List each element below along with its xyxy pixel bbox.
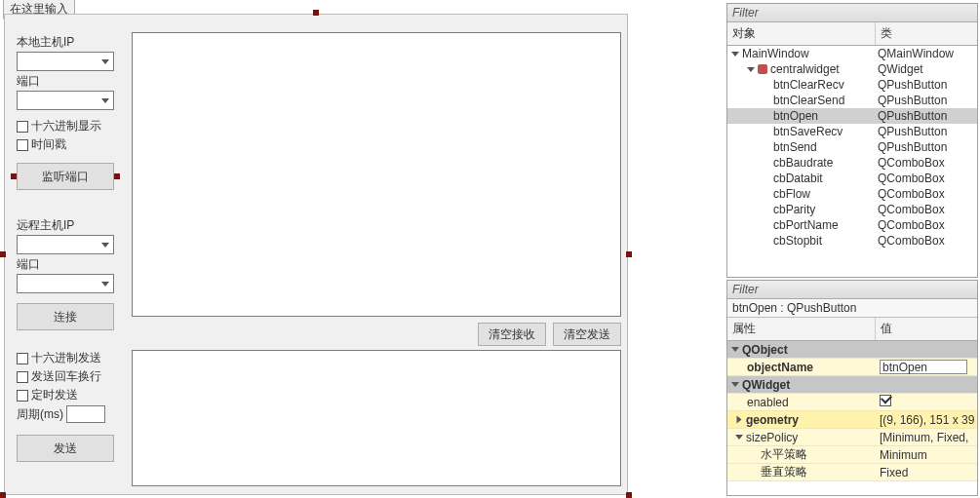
tree-row[interactable]: btnOpenQPushButton [727, 108, 977, 124]
checkbox-icon [17, 139, 28, 151]
object-class: QWidget [876, 62, 977, 76]
checkbox-icon [17, 353, 28, 364]
connect-button[interactable]: 连接 [17, 303, 114, 330]
object-class: QComboBox [876, 218, 977, 232]
tree-row[interactable]: MainWindowQMainWindow [727, 46, 977, 61]
resize-handle[interactable] [626, 492, 632, 498]
local-port-combo[interactable] [17, 91, 114, 110]
object-name: btnClearRecv [773, 78, 844, 92]
timed-send-check[interactable]: 定时发送 [17, 387, 122, 403]
object-class: QComboBox [876, 172, 977, 185]
object-class: QComboBox [876, 187, 977, 201]
object-name: centralwidget [770, 62, 840, 76]
prop-vpolicy[interactable]: 垂直策略Fixed [727, 464, 977, 481]
object-class: QPushButton [876, 109, 977, 123]
hex-send-check[interactable]: 十六进制发送 [17, 350, 122, 366]
tree-row[interactable]: cbParityQComboBox [727, 202, 977, 217]
chevron-down-icon [731, 382, 739, 387]
object-name: cbParity [773, 203, 815, 216]
object-name: cbStopbit [773, 234, 822, 248]
col-class[interactable]: 类 [876, 22, 977, 45]
property-list[interactable]: QObject objectNamebtnOpen QWidget enable… [727, 341, 977, 495]
group-qwidget[interactable]: QWidget [727, 376, 977, 394]
object-line: btnOpen : QPushButton [727, 299, 977, 318]
object-name: cbPortName [773, 218, 839, 232]
left-panel: 本地主机IP 端口 十六进制显示 时间戳 监听端口 远程主机IP 端口 连接 十… [17, 32, 122, 462]
group-qobject[interactable]: QObject [727, 341, 977, 359]
tree-row[interactable]: btnSaveRecvQPushButton [727, 124, 977, 139]
prop-enabled[interactable]: enabled [727, 394, 977, 411]
object-name: cbBaudrate [773, 156, 833, 170]
enabled-checkbox[interactable] [880, 395, 891, 406]
recv-textbox[interactable] [132, 32, 621, 317]
object-class: QComboBox [876, 234, 977, 248]
prop-hpolicy[interactable]: 水平策略Minimum [727, 446, 977, 464]
prop-geometry[interactable]: geometry[(9, 166), 151 x 39 [727, 411, 977, 429]
object-name: btnClearSend [773, 94, 844, 107]
col-prop[interactable]: 属性 [727, 318, 876, 340]
clear-recv-button[interactable]: 清空接收 [478, 323, 546, 346]
local-ip-combo[interactable] [17, 52, 114, 71]
object-class: QPushButton [876, 94, 977, 107]
timestamp-check[interactable]: 时间戳 [17, 136, 122, 153]
object-name: btnSend [773, 140, 817, 154]
local-port-label: 端口 [17, 73, 122, 90]
prop-objectname[interactable]: objectNamebtnOpen [727, 359, 977, 376]
chevron-right-icon [737, 416, 742, 424]
prop-sizepolicy[interactable]: sizePolicy[Minimum, Fixed, [727, 429, 977, 446]
prop-header: 属性 值 [727, 318, 977, 341]
object-class: QPushButton [876, 125, 977, 138]
tree-row[interactable]: cbBaudrateQComboBox [727, 155, 977, 171]
remote-port-combo[interactable] [17, 274, 114, 293]
objectname-input[interactable]: btnOpen [880, 360, 967, 374]
resize-handle[interactable] [313, 10, 319, 16]
clear-send-button[interactable]: 清空发送 [553, 323, 621, 346]
listen-button[interactable]: 监听端口 [17, 163, 114, 190]
object-class: QMainWindow [876, 47, 977, 60]
resize-handle[interactable] [11, 173, 17, 179]
period-input[interactable] [66, 405, 105, 423]
object-class: QPushButton [876, 140, 977, 154]
tree-row[interactable]: centralwidgetQWidget [727, 61, 977, 77]
col-object[interactable]: 对象 [727, 22, 876, 45]
resize-handle[interactable] [0, 251, 6, 257]
chevron-down-icon [735, 435, 743, 440]
send-button[interactable]: 发送 [17, 435, 114, 462]
object-class: QComboBox [876, 203, 977, 216]
tree-row[interactable]: btnClearRecvQPushButton [727, 77, 977, 93]
resize-handle[interactable] [0, 492, 6, 498]
object-name: cbDatabit [773, 172, 823, 185]
filter-field[interactable]: Filter [727, 281, 977, 299]
chevron-down-icon [731, 347, 739, 352]
object-tree[interactable]: MainWindowQMainWindowcentralwidgetQWidge… [727, 46, 977, 277]
tree-row[interactable]: cbDatabitQComboBox [727, 171, 977, 186]
tree-row[interactable]: cbStopbitQComboBox [727, 233, 977, 249]
tree-row[interactable]: cbPortNameQComboBox [727, 217, 977, 233]
local-ip-label: 本地主机IP [17, 34, 122, 51]
object-name: MainWindow [742, 47, 809, 60]
tree-row[interactable]: btnClearSendQPushButton [727, 93, 977, 108]
period-row: 周期(ms) [17, 405, 122, 423]
chevron-down-icon[interactable] [747, 67, 755, 72]
object-class: QComboBox [876, 156, 977, 170]
filter-field[interactable]: Filter [727, 4, 977, 22]
chevron-down-icon[interactable] [731, 52, 739, 57]
tree-row[interactable]: cbFlowQComboBox [727, 186, 977, 202]
send-textbox[interactable] [132, 350, 621, 486]
checkbox-icon [17, 371, 28, 383]
crlf-send-check[interactable]: 发送回车换行 [17, 368, 122, 385]
tree-row[interactable]: btnSendQPushButton [727, 139, 977, 155]
resize-handle[interactable] [114, 173, 120, 179]
property-editor: Filter btnOpen : QPushButton 属性 值 QObjec… [726, 280, 978, 496]
remote-ip-combo[interactable] [17, 235, 114, 254]
widget-icon [758, 64, 767, 74]
object-inspector: Filter 对象 类 MainWindowQMainWindowcentral… [726, 3, 978, 278]
remote-port-label: 端口 [17, 256, 122, 273]
resize-handle[interactable] [626, 251, 632, 257]
hex-display-check[interactable]: 十六进制显示 [17, 118, 122, 134]
checkbox-icon [17, 390, 28, 402]
object-name: btnOpen [773, 109, 818, 123]
form-designer: 在这里输入 本地主机IP 端口 十六进制显示 时间戳 监听端口 远程主机IP 端… [0, 0, 634, 498]
main-form[interactable]: 本地主机IP 端口 十六进制显示 时间戳 监听端口 远程主机IP 端口 连接 十… [4, 14, 628, 495]
col-val[interactable]: 值 [876, 318, 977, 340]
